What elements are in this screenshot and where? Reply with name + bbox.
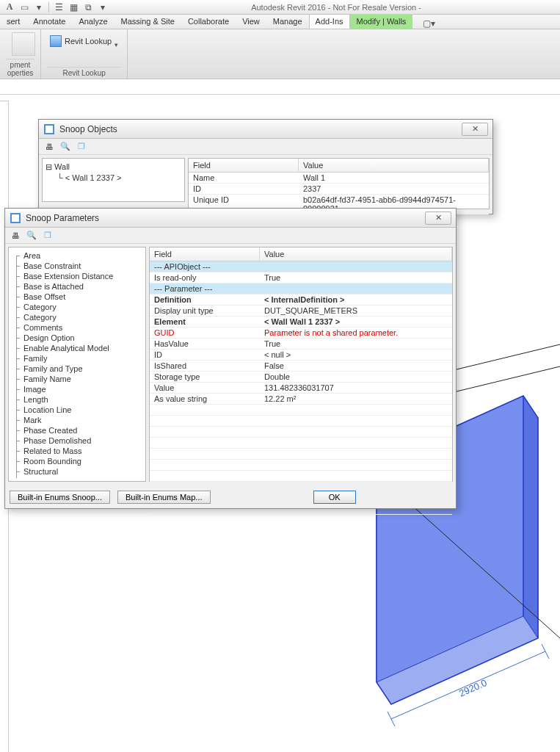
col-field: Field bbox=[150, 247, 260, 261]
cell-value: 2337 bbox=[299, 184, 489, 194]
list-item[interactable]: Comments bbox=[12, 322, 142, 333]
close-button[interactable]: ✕ bbox=[425, 212, 451, 225]
cell-field: ID bbox=[189, 184, 299, 194]
table-row[interactable]: Element< Wall Wall 1 2337 > bbox=[150, 317, 452, 328]
table-header: Field Value bbox=[150, 247, 452, 261]
list-item[interactable]: Room Bounding bbox=[12, 456, 142, 466]
dropdown-caret-icon[interactable]: ▾ bbox=[32, 1, 46, 13]
dialog-titlebar[interactable]: Snoop Objects ✕ bbox=[39, 120, 492, 139]
snoop-objects-dialog: Snoop Objects ✕ 🖶 🔍 ❐ ⊟ Wall └ < Wall 1 … bbox=[38, 119, 493, 214]
table-row[interactable]: NameWall 1 bbox=[189, 173, 489, 184]
list-item[interactable]: Base Constraint bbox=[12, 261, 142, 271]
group-label: pment operties bbox=[6, 59, 34, 79]
cell-field: As value string bbox=[150, 394, 260, 404]
list-item[interactable]: Family bbox=[12, 353, 142, 364]
tree-node-wall[interactable]: ⊟ Wall bbox=[46, 162, 181, 173]
print-icon[interactable]: 🖶 bbox=[10, 230, 21, 242]
title-bar: A ▭ ▾ ☰ ▦ ⧉ ▾ Autodesk Revit 2016 - Not … bbox=[0, 0, 560, 15]
table-row[interactable]: ID< null > bbox=[150, 350, 452, 361]
close-sheet-icon[interactable]: ⧉ bbox=[81, 1, 95, 13]
cell-field: Element bbox=[150, 317, 260, 327]
list-item[interactable]: Phase Demolished bbox=[12, 435, 142, 446]
cell-value: Parameter is not a shared parameter. bbox=[260, 328, 452, 338]
builtin-enums-map-button[interactable]: Built-in Enums Map... bbox=[117, 491, 211, 504]
dialog-titlebar[interactable]: Snoop Parameters ✕ bbox=[5, 209, 456, 228]
properties-table[interactable]: Field Value --- APIObject ---Is read-onl… bbox=[149, 247, 453, 482]
dropdown-caret-icon[interactable]: ▾ bbox=[96, 1, 109, 13]
cell-value: True bbox=[260, 272, 452, 283]
snoop-parameters-dialog: Snoop Parameters ✕ 🖶 🔍 ❐ AreaBase Constr… bbox=[4, 208, 457, 509]
window-icon[interactable]: ▭ bbox=[18, 1, 31, 13]
list-item[interactable]: Length bbox=[12, 394, 142, 405]
tab-annotate[interactable]: Annotate bbox=[26, 14, 72, 29]
lookup-label: Revit Lookup bbox=[65, 37, 112, 46]
list-item[interactable]: Related to Mass bbox=[12, 446, 142, 456]
close-button[interactable]: ✕ bbox=[462, 123, 488, 136]
tab-collaborate[interactable]: Collaborate bbox=[181, 14, 236, 29]
tab-manage[interactable]: Manage bbox=[266, 14, 309, 29]
text-tool-button[interactable]: A bbox=[3, 1, 16, 13]
table-body: --- APIObject ---Is read-onlyTrue--- Par… bbox=[150, 261, 452, 515]
ok-button[interactable]: OK bbox=[313, 491, 356, 504]
list-item[interactable]: Category bbox=[12, 312, 142, 322]
properties-button[interactable] bbox=[6, 32, 41, 56]
cell-value: 131.482336031707 bbox=[260, 383, 452, 393]
list-item[interactable]: Location Line bbox=[12, 405, 142, 415]
separator bbox=[48, 2, 49, 12]
list-item[interactable]: Mark bbox=[12, 415, 142, 425]
view-toggle-icon[interactable]: ▢▾ bbox=[418, 18, 440, 29]
table-header: Field Value bbox=[189, 159, 489, 173]
tab-view[interactable]: View bbox=[236, 14, 266, 29]
dropdown-caret-icon: ▾ bbox=[114, 34, 118, 48]
tab-massing-site[interactable]: Massing & Site bbox=[114, 14, 181, 29]
table-row[interactable]: Display unit typeDUT_SQUARE_METERS bbox=[150, 306, 452, 317]
table-row[interactable]: Is read-onlyTrue bbox=[150, 272, 452, 283]
builtin-enums-snoop-button[interactable]: Built-in Enums Snoop... bbox=[10, 491, 110, 504]
list-item[interactable]: Design Option bbox=[12, 333, 142, 343]
section-row[interactable]: --- Parameter --- bbox=[150, 283, 452, 294]
col-value: Value bbox=[260, 247, 452, 261]
list-item[interactable]: Enable Analytical Model bbox=[12, 343, 142, 353]
table-row[interactable]: IsSharedFalse bbox=[150, 361, 452, 372]
grid-icon[interactable]: ▦ bbox=[67, 1, 80, 13]
table-row bbox=[150, 471, 452, 482]
table-row bbox=[150, 449, 452, 460]
list-item[interactable]: Category bbox=[12, 302, 142, 312]
print-icon[interactable]: 🖶 bbox=[43, 141, 55, 153]
search-icon[interactable]: 🔍 bbox=[26, 230, 37, 242]
properties-table[interactable]: Field Value NameWall 1ID2337Unique IDb02… bbox=[188, 158, 490, 209]
list-item[interactable]: Structural Usage bbox=[12, 477, 142, 478]
tab-analyze[interactable]: Analyze bbox=[72, 14, 114, 29]
copy-icon[interactable]: ❐ bbox=[76, 141, 87, 153]
list-item[interactable]: Phase Created bbox=[12, 425, 142, 435]
cell-field: Value bbox=[150, 383, 260, 393]
object-tree[interactable]: ⊟ Wall └ < Wall 1 2337 > bbox=[42, 158, 185, 202]
cell-value: True bbox=[260, 339, 452, 349]
tab-addins[interactable]: Add-Ins bbox=[309, 14, 350, 29]
search-icon[interactable]: 🔍 bbox=[59, 141, 71, 153]
list-item[interactable]: Base is Attached bbox=[12, 281, 142, 292]
table-row[interactable]: Definition< InternalDefinition > bbox=[150, 294, 452, 306]
list-item[interactable]: Base Extension Distance bbox=[12, 271, 142, 281]
table-row[interactable]: ID2337 bbox=[189, 184, 489, 195]
revit-lookup-button[interactable]: Revit Lookup ▾ bbox=[47, 32, 121, 50]
cell-value: Double bbox=[260, 372, 452, 382]
table-row[interactable]: HasValueTrue bbox=[150, 339, 452, 350]
list-item[interactable]: Family Name bbox=[12, 374, 142, 384]
list-item[interactable]: Structural bbox=[12, 466, 142, 477]
section-row[interactable]: --- APIObject --- bbox=[150, 261, 452, 272]
table-row[interactable]: Storage typeDouble bbox=[150, 372, 452, 383]
tab-insert[interactable]: sert bbox=[0, 14, 26, 29]
table-row[interactable]: Value131.482336031707 bbox=[150, 383, 452, 394]
parameter-list[interactable]: AreaBase ConstraintBase Extension Distan… bbox=[8, 247, 146, 482]
table-row[interactable]: As value string12.22 m² bbox=[150, 394, 452, 405]
tab-modify-walls[interactable]: Modify | Walls bbox=[350, 14, 413, 29]
list-item[interactable]: Family and Type bbox=[12, 364, 142, 374]
copy-icon[interactable]: ❐ bbox=[42, 230, 54, 242]
table-row[interactable]: GUIDParameter is not a shared parameter. bbox=[150, 328, 452, 339]
tree-node-wall-instance[interactable]: └ < Wall 1 2337 > bbox=[46, 173, 181, 183]
align-icon[interactable]: ☰ bbox=[52, 1, 65, 13]
list-item[interactable]: Base Offset bbox=[12, 292, 142, 302]
list-item[interactable]: Area bbox=[12, 250, 142, 261]
list-item[interactable]: Image bbox=[12, 384, 142, 394]
